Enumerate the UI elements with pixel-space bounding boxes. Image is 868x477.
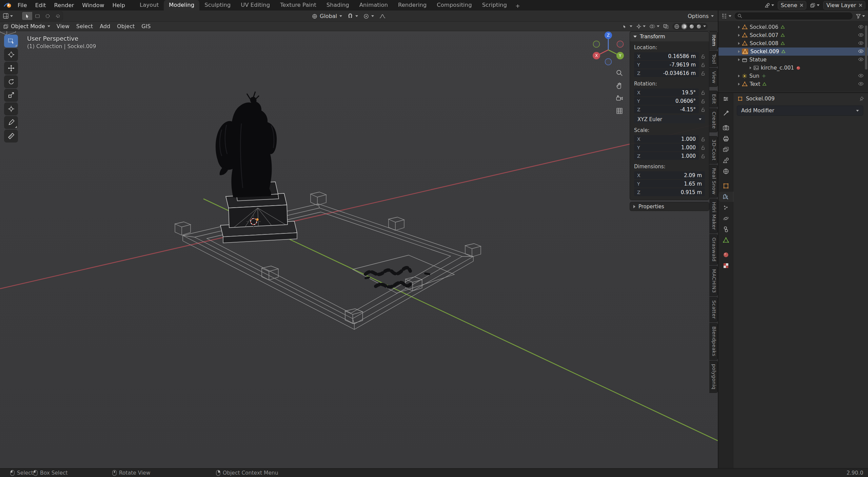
visibility-eye-icon[interactable]: [858, 40, 864, 46]
options-dropdown[interactable]: Options: [688, 11, 714, 22]
prop-tab-texture[interactable]: [718, 261, 733, 271]
shading-solid-button[interactable]: [681, 23, 687, 30]
lock-location-z-icon[interactable]: [699, 71, 707, 76]
vp-menu-object[interactable]: Object: [114, 23, 138, 30]
prop-tab-tool[interactable]: [718, 108, 733, 118]
expand-icon[interactable]: [738, 50, 740, 53]
tab-shading[interactable]: Shading: [321, 0, 354, 11]
xray-toggle[interactable]: [663, 24, 669, 29]
tool-rotate-button[interactable]: [4, 75, 18, 88]
gizmo-neg-z-ball[interactable]: [605, 59, 612, 65]
lock-rotation-y-icon[interactable]: [699, 99, 707, 103]
prop-tab-scene[interactable]: [718, 155, 733, 166]
expand-icon[interactable]: [738, 83, 740, 85]
vp-menu-select[interactable]: Select: [73, 23, 96, 30]
prop-tab-render[interactable]: [718, 123, 733, 133]
prop-tab-material[interactable]: [718, 250, 733, 260]
editor-type-button[interactable]: [3, 13, 13, 19]
toggle-perspective-grid-button[interactable]: [614, 105, 625, 117]
dimensions-y-field[interactable]: Y 1.65 m: [634, 180, 705, 188]
prop-tab-view-layer[interactable]: [718, 145, 733, 155]
dimensions-z-field[interactable]: Z 0.915 m: [634, 188, 705, 196]
sidebar-tab-hdrimaker[interactable]: Hdri Maker: [709, 198, 718, 233]
scale-y-field[interactable]: Y 1.000: [634, 144, 699, 151]
falloff-icon[interactable]: [379, 14, 386, 19]
outliner-row-text[interactable]: Text: [718, 80, 868, 88]
overlays-dropdown[interactable]: [649, 24, 659, 29]
prop-tab-object-data[interactable]: [718, 235, 733, 245]
rotation-z-field[interactable]: Z -4.15°: [634, 106, 699, 113]
select-mode-box-button[interactable]: [32, 12, 42, 20]
outliner-search-box[interactable]: [734, 12, 853, 20]
transform-panel-header[interactable]: Transform: [630, 32, 709, 41]
transform-orientation-dropdown[interactable]: Global: [312, 13, 342, 19]
outliner-row-sun[interactable]: Sun: [718, 72, 868, 80]
tab-modeling[interactable]: Modeling: [164, 0, 199, 11]
tool-transform-button[interactable]: [4, 102, 18, 115]
outliner-row-sockel007[interactable]: Sockel.007: [718, 31, 868, 39]
visibility-eye-icon[interactable]: [858, 32, 864, 38]
menu-help[interactable]: Help: [108, 0, 129, 11]
gizmo-neg-x-ball[interactable]: [617, 41, 624, 47]
sidebar-tab-edit[interactable]: Edit: [709, 91, 718, 108]
tool-scale-button[interactable]: [4, 89, 18, 102]
lock-scale-y-icon[interactable]: [699, 145, 707, 150]
visibility-eye-icon[interactable]: [858, 24, 864, 30]
rotation-y-field[interactable]: Y 0.0606°: [634, 97, 699, 105]
select-mode-tweak-button[interactable]: [22, 12, 32, 20]
tool-cursor-button[interactable]: [4, 48, 18, 61]
tab-layout[interactable]: Layout: [135, 0, 164, 11]
location-y-field[interactable]: Y -7.9619 m: [634, 61, 699, 69]
sidebar-tab-create[interactable]: Create: [709, 108, 718, 132]
view-layer-selector[interactable]: View Layer: [823, 1, 865, 9]
rotation-x-field[interactable]: X 19.5°: [634, 89, 699, 96]
expand-icon[interactable]: [738, 58, 740, 61]
tab-compositing[interactable]: Compositing: [432, 0, 477, 11]
sidebar-tab-tool[interactable]: Tool: [709, 51, 718, 68]
location-x-field[interactable]: X 0.16586 m: [634, 52, 699, 60]
prop-tab-object[interactable]: [718, 181, 733, 191]
sidebar-tab-graswald[interactable]: Graswald: [709, 234, 718, 265]
lock-scale-z-icon[interactable]: [699, 154, 707, 158]
3d-viewport[interactable]: Z X Y Object Mode View Select Add Object…: [0, 22, 718, 468]
outliner-row-statue[interactable]: Statue: [718, 56, 868, 64]
menu-file[interactable]: File: [14, 0, 31, 11]
lock-location-y-icon[interactable]: [699, 62, 707, 67]
gizmos-dropdown[interactable]: [636, 24, 646, 29]
gizmo-neg-y-ball[interactable]: [593, 41, 600, 47]
visibility-eye-icon[interactable]: [858, 49, 864, 54]
snapping-dropdown[interactable]: [348, 14, 358, 19]
lock-rotation-z-icon[interactable]: [699, 107, 707, 112]
outliner-search-input[interactable]: [745, 13, 850, 19]
unlink-scene-icon[interactable]: [800, 3, 803, 7]
text-object[interactable]: [366, 268, 429, 287]
scene-selector[interactable]: Scene: [778, 1, 807, 9]
lock-scale-x-icon[interactable]: [699, 137, 707, 141]
tab-animation[interactable]: Animation: [354, 0, 393, 11]
menu-render[interactable]: Render: [50, 0, 78, 11]
select-mode-lasso-button[interactable]: [53, 12, 63, 20]
sidebar-tab-blendpeaks[interactable]: Blendpeaks: [709, 323, 718, 360]
visibility-eye-icon[interactable]: [858, 73, 864, 78]
tool-annotate-button[interactable]: [4, 116, 18, 129]
tab-rendering[interactable]: Rendering: [393, 0, 432, 11]
vp-menu-view[interactable]: View: [53, 23, 73, 30]
location-z-field[interactable]: Z -0.034616 m: [634, 69, 699, 77]
tab-sculpting[interactable]: Sculpting: [199, 0, 236, 11]
tool-move-button[interactable]: [4, 62, 18, 75]
outliner-row-sockel008[interactable]: Sockel.008: [718, 39, 868, 47]
tool-measure-button[interactable]: [4, 130, 18, 142]
sidebar-tab-realsnow[interactable]: Real Snow: [709, 165, 718, 198]
lock-rotation-x-icon[interactable]: [699, 90, 707, 95]
properties-editor-type-button[interactable]: [718, 93, 733, 104]
sidebar-tab-item[interactable]: Item: [709, 31, 718, 50]
add-modifier-dropdown[interactable]: Add Modifier: [737, 106, 863, 116]
prop-tab-output[interactable]: [718, 134, 733, 144]
camera-view-button[interactable]: [614, 93, 625, 104]
sidebar-tab-scatter[interactable]: Scatter: [709, 297, 718, 322]
visibility-eye-icon[interactable]: [858, 81, 864, 87]
prop-tab-world[interactable]: [718, 166, 733, 176]
remove-view-layer-icon[interactable]: [859, 3, 862, 7]
sidebar-tab-3dcoat[interactable]: 3D-Coat: [709, 136, 718, 164]
pan-view-hand-button[interactable]: [614, 80, 625, 92]
